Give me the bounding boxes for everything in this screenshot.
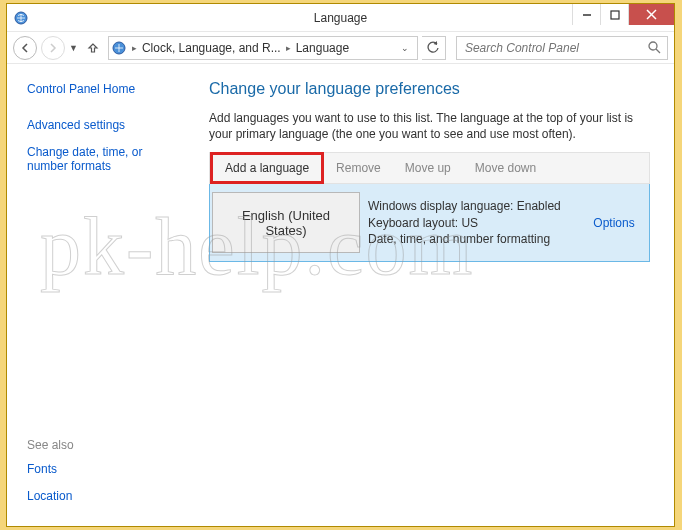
page-heading: Change your language preferences <box>209 80 650 98</box>
language-keyboard: Keyboard layout: US <box>368 215 571 231</box>
move-down-button[interactable]: Move down <box>463 152 548 184</box>
language-display: Windows display language: Enabled <box>368 198 571 214</box>
window-icon <box>13 10 29 26</box>
sidebar-location[interactable]: Location <box>27 489 183 503</box>
language-options-link[interactable]: Options <box>579 184 649 261</box>
nav-up-button[interactable] <box>82 37 104 59</box>
breadcrumb[interactable]: ▸ Clock, Language, and R... ▸ Language ⌄ <box>108 36 418 60</box>
breadcrumb-icon <box>111 40 127 56</box>
language-details: Windows display language: Enabled Keyboa… <box>360 184 579 261</box>
page-description: Add languages you want to use to this li… <box>209 110 650 142</box>
language-row[interactable]: English (United States) Windows display … <box>209 184 650 262</box>
minimize-button[interactable] <box>572 4 600 25</box>
sidebar-date-time-formats[interactable]: Change date, time, or number formats <box>27 145 183 173</box>
move-up-button[interactable]: Move up <box>393 152 463 184</box>
language-toolbar: Add a language Remove Move up Move down <box>209 152 650 184</box>
search-input[interactable] <box>463 40 613 56</box>
maximize-button[interactable] <box>600 4 628 25</box>
remove-language-button[interactable]: Remove <box>324 152 393 184</box>
refresh-button[interactable] <box>422 36 446 60</box>
search-box[interactable] <box>456 36 668 60</box>
svg-line-7 <box>656 49 660 53</box>
sidebar-home[interactable]: Control Panel Home <box>27 82 183 96</box>
nav-back-button[interactable] <box>13 36 37 60</box>
breadcrumb-part-2[interactable]: Language <box>296 41 349 55</box>
breadcrumb-part-1[interactable]: Clock, Language, and R... <box>142 41 281 55</box>
svg-rect-2 <box>611 11 619 19</box>
breadcrumb-dropdown-icon[interactable]: ⌄ <box>395 43 415 53</box>
chevron-right-icon[interactable]: ▸ <box>285 43 292 53</box>
language-formatting: Date, time, and number formatting <box>368 231 571 247</box>
search-icon[interactable] <box>648 41 661 54</box>
add-language-button[interactable]: Add a language <box>210 152 324 184</box>
svg-point-6 <box>649 42 657 50</box>
chevron-right-icon[interactable]: ▸ <box>131 43 138 53</box>
nav-forward-button[interactable] <box>41 36 65 60</box>
language-name: English (United States) <box>212 192 360 253</box>
close-button[interactable] <box>628 4 674 25</box>
see-also-label: See also <box>27 438 183 452</box>
nav-history-dropdown[interactable]: ▼ <box>69 43 78 53</box>
sidebar-fonts[interactable]: Fonts <box>27 462 183 476</box>
sidebar-advanced-settings[interactable]: Advanced settings <box>27 118 183 132</box>
